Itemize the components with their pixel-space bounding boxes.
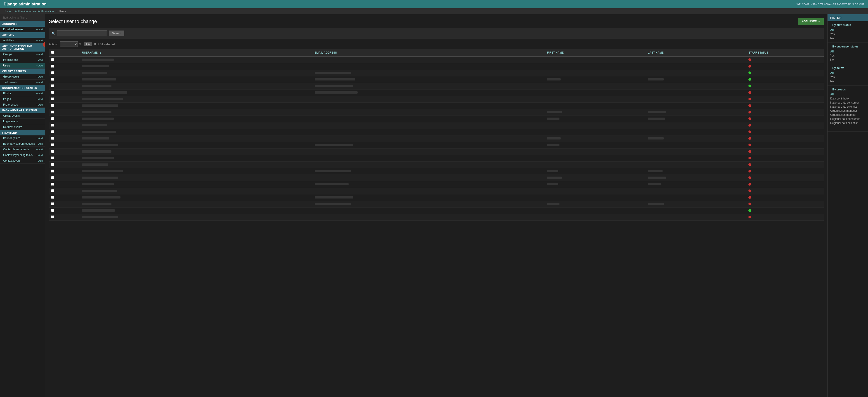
search-button[interactable]: Search — [109, 31, 124, 36]
sidebar-add-group-results[interactable]: + Add — [36, 75, 43, 78]
filter-option-staff-no[interactable]: No — [830, 36, 865, 40]
sidebar-item-group-results[interactable]: Group results + Add — [0, 74, 45, 80]
row-checkbox[interactable] — [51, 117, 54, 120]
th-firstname[interactable]: FIRST NAME — [545, 49, 646, 57]
filter-option-groups-national-consumer[interactable]: National data consumer — [830, 101, 865, 105]
sidebar-add-groups[interactable]: + Add — [36, 53, 43, 56]
cell-username[interactable] — [80, 155, 312, 162]
sidebar-item-request-events[interactable]: Request events — [0, 124, 45, 130]
filter-option-groups-regional-consumer[interactable]: Regional data consumer — [830, 117, 865, 121]
action-go-button[interactable]: Go — [84, 42, 92, 47]
cell-username[interactable] — [80, 162, 312, 168]
row-checkbox[interactable] — [51, 97, 54, 100]
cell-username[interactable] — [80, 103, 312, 109]
filter-option-groups-org-member[interactable]: Organisation member — [830, 113, 865, 117]
filter-option-active-yes[interactable]: Yes — [830, 75, 865, 79]
row-checkbox[interactable] — [51, 156, 54, 159]
sidebar-item-preferences[interactable]: Preferences + Add — [0, 102, 45, 108]
sidebar-item-context-layers[interactable]: Context layers + Add — [0, 158, 45, 164]
cell-username[interactable] — [80, 122, 312, 129]
filter-option-active-all[interactable]: All — [830, 71, 865, 75]
cell-username[interactable] — [80, 129, 312, 135]
sidebar-add-preferences[interactable]: + Add — [36, 103, 43, 106]
sidebar-add-context-layer-legends[interactable]: + Add — [36, 148, 43, 151]
row-checkbox[interactable] — [51, 111, 54, 114]
sidebar-item-context-layer-legends[interactable]: Context layer legends + Add — [0, 147, 45, 152]
sidebar-filter-input[interactable] — [0, 14, 45, 21]
sidebar-add-email-addresses[interactable]: + Add — [36, 28, 43, 31]
filter-option-staff-yes[interactable]: Yes — [830, 32, 865, 36]
change-password-link[interactable]: CHANGE PASSWORD — [826, 3, 851, 6]
cell-username[interactable] — [80, 70, 312, 77]
cell-username[interactable] — [80, 208, 312, 214]
sidebar-item-activities[interactable]: Activities + Add — [0, 38, 45, 43]
cell-username[interactable] — [80, 214, 312, 221]
row-checkbox[interactable] — [51, 209, 54, 212]
row-checkbox[interactable] — [51, 163, 54, 166]
row-checkbox[interactable] — [51, 84, 54, 87]
filter-option-groups-none[interactable]: - — [830, 125, 865, 129]
sidebar-item-permissions[interactable]: Permissions + Add — [0, 57, 45, 63]
cell-username[interactable] — [80, 175, 312, 181]
sidebar-item-blocks[interactable]: Blocks + Add — [0, 91, 45, 96]
cell-username[interactable] — [80, 135, 312, 142]
row-checkbox[interactable] — [51, 104, 54, 107]
row-checkbox[interactable] — [51, 65, 54, 68]
cell-username[interactable] — [80, 63, 312, 70]
th-lastname[interactable]: LAST NAME — [646, 49, 746, 57]
filter-option-groups-national-scientist[interactable]: National data scientist — [830, 105, 865, 109]
view-site-link[interactable]: VIEW SITE — [811, 3, 824, 6]
row-checkbox[interactable] — [51, 137, 54, 140]
cell-username[interactable] — [80, 188, 312, 194]
filter-option-groups-data-contributor[interactable]: Data contributor — [830, 96, 865, 101]
cell-username[interactable] — [80, 142, 312, 149]
sidebar-item-crud-events[interactable]: CRUD events — [0, 113, 45, 119]
cell-username[interactable] — [80, 194, 312, 201]
row-checkbox[interactable] — [51, 202, 54, 205]
sidebar-add-task-results[interactable]: + Add — [36, 81, 43, 84]
sidebar-add-users[interactable]: + Add — [36, 64, 43, 67]
row-checkbox[interactable] — [51, 170, 54, 173]
action-select[interactable]: ---------- — [60, 41, 78, 47]
filter-option-superuser-all[interactable]: All — [830, 50, 865, 54]
sidebar-add-boundary-search-requests[interactable]: + Add — [36, 143, 43, 145]
row-checkbox[interactable] — [51, 143, 54, 146]
row-checkbox[interactable] — [51, 124, 54, 127]
sidebar-item-email-addresses[interactable]: Email addresses + Add — [0, 27, 45, 32]
sidebar-item-task-results[interactable]: Task results + Add — [0, 80, 45, 85]
filter-option-staff-all[interactable]: All — [830, 28, 865, 32]
sidebar-add-blocks[interactable]: + Add — [36, 92, 43, 95]
sidebar-item-boundary-search-requests[interactable]: Boundary search requests + Add — [0, 141, 45, 147]
row-checkbox[interactable] — [51, 130, 54, 133]
cell-username[interactable] — [80, 149, 312, 155]
row-checkbox[interactable] — [51, 189, 54, 192]
cell-username[interactable] — [80, 83, 312, 90]
sidebar-item-context-layer-tiling-tasks[interactable]: Context layer tiling tasks + Add — [0, 152, 45, 158]
sidebar-add-activities[interactable]: + Add — [36, 39, 43, 42]
row-checkbox[interactable] — [51, 183, 54, 186]
cell-username[interactable] — [80, 168, 312, 175]
row-checkbox[interactable] — [51, 58, 54, 61]
sidebar-item-pages[interactable]: Pages + Add — [0, 96, 45, 102]
filter-option-groups-org-manager[interactable]: Organisation manager — [830, 109, 865, 113]
sidebar-item-users[interactable]: Users + Add — [0, 63, 45, 68]
log-out-link[interactable]: LOG OUT — [853, 3, 864, 6]
row-checkbox[interactable] — [51, 150, 54, 153]
cell-username[interactable] — [80, 201, 312, 208]
cell-username[interactable] — [80, 77, 312, 83]
filter-option-groups-regional-scientist[interactable]: Regional data scientist — [830, 121, 865, 125]
th-username[interactable]: USERNAME ▲ — [80, 49, 312, 57]
sidebar-item-login-events[interactable]: Login events — [0, 119, 45, 124]
filter-option-superuser-no[interactable]: No — [830, 58, 865, 62]
row-checkbox[interactable] — [51, 78, 54, 81]
sidebar-item-boundary-files[interactable]: Boundary files + Add — [0, 135, 45, 141]
row-checkbox[interactable] — [51, 91, 54, 94]
filter-option-groups-all[interactable]: All — [830, 92, 865, 96]
sidebar-add-context-layers[interactable]: + Add — [36, 159, 43, 162]
sidebar-add-context-layer-tiling-tasks[interactable]: + Add — [36, 154, 43, 156]
add-user-button[interactable]: ADD USER + — [798, 18, 824, 25]
row-checkbox[interactable] — [51, 71, 54, 74]
filter-option-superuser-yes[interactable]: Yes — [830, 54, 865, 58]
cell-username[interactable] — [80, 90, 312, 96]
row-checkbox[interactable] — [51, 196, 54, 199]
